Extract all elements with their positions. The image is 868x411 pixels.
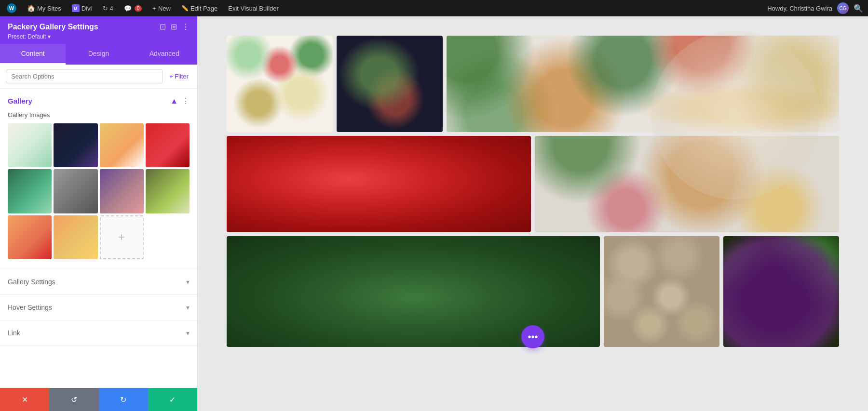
refresh-counter[interactable]: ↻ 4 <box>101 5 115 12</box>
exit-builder-link[interactable]: Exit Visual Builder <box>226 5 281 12</box>
save-button[interactable]: ✓ <box>148 388 197 411</box>
hover-settings-title: Hover Settings <box>8 304 52 311</box>
undo-button[interactable]: ↺ <box>49 388 98 411</box>
gallery-thumb-8[interactable] <box>146 169 190 213</box>
gallery-image-8[interactable] <box>723 236 839 347</box>
gallery-image-1[interactable] <box>227 36 333 132</box>
gallery-thumb-1[interactable] <box>8 123 52 167</box>
gallery-thumb-10[interactable] <box>54 215 97 259</box>
edit-page-link[interactable]: ✏️ Edit Page <box>179 5 219 12</box>
gallery-image-3[interactable] <box>447 36 839 132</box>
filter-button[interactable]: + Filter <box>166 71 191 82</box>
admin-bar-right: Howdy, Christina Gwira CG 🔍 <box>767 2 863 14</box>
main-layout: Packery Gallery Settings ⊡ ⊞ ⋮ Preset: D… <box>0 16 868 411</box>
gallery-row-2 <box>227 136 839 232</box>
gallery-thumb-4[interactable] <box>146 123 190 167</box>
plus-icon: + <box>152 5 156 12</box>
more-icon[interactable]: ⋮ <box>182 22 190 31</box>
right-content: ••• <box>198 16 868 411</box>
wp-logo[interactable]: W <box>5 3 18 13</box>
avatar[interactable]: CG <box>837 2 849 14</box>
tab-bar: Content Design Advanced <box>0 44 197 65</box>
search-input[interactable] <box>6 69 163 83</box>
house-icon: 🏠 <box>27 4 35 12</box>
wordpress-icon: W <box>7 3 16 13</box>
admin-bar: W 🏠 My Sites D Divi ↻ 4 💬 0 + New ✏️ Edi… <box>0 0 868 16</box>
chevron-down-icon: ▾ <box>186 304 190 311</box>
gallery-area <box>198 16 868 366</box>
action-bar: ✕ ↺ ↻ ✓ <box>0 388 197 411</box>
link-title: Link <box>8 329 20 337</box>
gallery-section-header: Gallery ▲ ⋮ <box>8 96 190 106</box>
comments-link[interactable]: 💬 0 <box>122 5 144 12</box>
divi-icon: D <box>72 4 80 12</box>
tab-content[interactable]: Content <box>0 44 66 65</box>
pencil-icon: ✏️ <box>181 5 189 12</box>
refresh-icon: ↻ <box>103 5 108 12</box>
divi-link[interactable]: D Divi <box>70 4 94 12</box>
gallery-settings-section: Gallery Settings ▾ <box>0 269 197 295</box>
section-menu-icon[interactable]: ⋮ <box>182 96 190 106</box>
tab-design[interactable]: Design <box>66 44 131 65</box>
redo-button[interactable]: ↻ <box>99 388 148 411</box>
preset-selector[interactable]: Preset: Default ▾ <box>8 33 190 40</box>
link-section: Link ▾ <box>0 320 197 346</box>
gallery-images-label: Gallery Images <box>8 111 190 119</box>
floating-action-button[interactable]: ••• <box>521 325 544 348</box>
comment-icon: 💬 <box>124 5 132 12</box>
gallery-image-5[interactable] <box>535 136 839 232</box>
panel-title-icons: ⊡ ⊞ ⋮ <box>160 22 190 31</box>
chevron-down-icon: ▾ <box>186 329 190 337</box>
gallery-row-1 <box>227 36 839 132</box>
gallery-image-6[interactable] <box>227 236 600 347</box>
chevron-down-icon: ▾ <box>186 278 190 286</box>
grid-icon[interactable]: ⊞ <box>171 22 177 31</box>
hover-settings-header[interactable]: Hover Settings ▾ <box>0 295 197 320</box>
gallery-image-2[interactable] <box>337 36 443 132</box>
cancel-button[interactable]: ✕ <box>0 388 49 411</box>
panel-title: Packery Gallery Settings <box>8 23 98 31</box>
search-button[interactable]: 🔍 <box>854 4 863 13</box>
gallery-section: Gallery ▲ ⋮ Gallery Images <box>0 89 197 269</box>
new-button[interactable]: + New <box>150 5 173 12</box>
gallery-thumb-6[interactable] <box>54 169 97 213</box>
plus-icon: + <box>118 230 125 244</box>
gallery-settings-title: Gallery Settings <box>8 278 55 286</box>
panel-content: Gallery ▲ ⋮ Gallery Images <box>0 89 197 388</box>
add-image-button[interactable]: + <box>100 215 144 259</box>
link-header[interactable]: Link ▾ <box>0 320 197 345</box>
gallery-image-7[interactable] <box>604 236 719 347</box>
gallery-thumb-7[interactable] <box>100 169 144 213</box>
gallery-thumb-2[interactable] <box>54 123 97 167</box>
gallery-grid: + <box>8 123 190 259</box>
left-panel: Packery Gallery Settings ⊡ ⊞ ⋮ Preset: D… <box>0 16 198 411</box>
gallery-image-4[interactable] <box>227 136 531 232</box>
gallery-section-title: Gallery <box>8 97 32 105</box>
collapse-icon[interactable]: ▲ <box>170 97 178 106</box>
gallery-settings-header[interactable]: Gallery Settings ▾ <box>0 269 197 294</box>
tab-advanced[interactable]: Advanced <box>132 44 197 65</box>
hover-settings-section: Hover Settings ▾ <box>0 295 197 320</box>
gallery-thumb-3[interactable] <box>100 123 144 167</box>
gallery-thumb-9[interactable] <box>8 215 52 259</box>
panel-header: Packery Gallery Settings ⊡ ⊞ ⋮ Preset: D… <box>0 16 197 44</box>
gallery-thumb-5[interactable] <box>8 169 52 213</box>
section-controls: ▲ ⋮ <box>170 96 190 106</box>
chevron-down-icon: ▾ <box>48 33 51 40</box>
search-bar: + Filter <box>0 65 197 89</box>
screen-icon[interactable]: ⊡ <box>160 22 166 31</box>
my-sites-link[interactable]: 🏠 My Sites <box>25 4 63 12</box>
